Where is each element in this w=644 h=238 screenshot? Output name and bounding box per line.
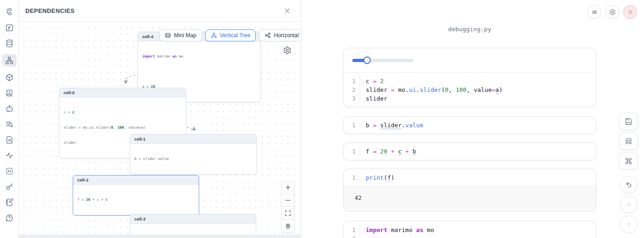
dependency-graph-icon[interactable]: [2, 54, 17, 67]
documentation-icon[interactable]: [3, 135, 16, 145]
stop-icon: [625, 201, 632, 208]
cell-code-editor[interactable]: 1f = 20 + c + b: [344, 143, 596, 160]
save-button[interactable]: [619, 113, 638, 130]
graph-node-cell-3[interactable]: cell-3 print(f): [130, 214, 256, 235]
node-code-line: b = slider.value: [134, 156, 252, 161]
undo-button[interactable]: [620, 176, 638, 193]
line-number: 1: [348, 226, 360, 234]
cell-output-area: [344, 48, 596, 73]
ai-chat-icon[interactable]: [3, 104, 16, 113]
line-number: 3: [348, 94, 360, 103]
gear-icon: [283, 46, 292, 55]
map-pin-icon: [285, 223, 291, 229]
minus-icon: [285, 197, 291, 204]
node-title: cell-0: [59, 88, 186, 97]
slider-widget[interactable]: [352, 57, 414, 64]
help-icon[interactable]: [3, 213, 16, 223]
line-number: 1: [348, 173, 360, 182]
notebook-cell-slider[interactable]: 1c = 2 2slider = mo.ui.slider(0, 100, va…: [343, 48, 596, 107]
code-line: import marimo as mo: [360, 226, 434, 234]
scratchpad-icon[interactable]: [3, 198, 16, 207]
node-code-line: c = 2: [63, 110, 182, 115]
secrets-icon[interactable]: [3, 182, 16, 192]
database-icon[interactable]: [3, 39, 16, 48]
tracing-icon[interactable]: [3, 151, 16, 160]
graph-node-cell-2[interactable]: cell-2 f = 20 + c + b: [73, 175, 199, 215]
node-title: cell-2: [73, 176, 199, 185]
notebook-cell-print[interactable]: 1print(f) 42: [343, 169, 596, 211]
dependencies-panel: DEPENDENCIES: [19, 0, 301, 238]
layout-select-button[interactable]: [619, 132, 638, 150]
cell-output-text: 42: [344, 187, 596, 209]
line-number: 2: [348, 85, 360, 94]
menu-icon: [591, 9, 598, 16]
fit-view-button[interactable]: [282, 207, 294, 220]
notebook-settings-button[interactable]: [605, 5, 619, 19]
outline-search-icon[interactable]: [3, 119, 16, 129]
run-button[interactable]: [620, 215, 638, 233]
notebook-cell-import[interactable]: 1import marimo as mo 2: [343, 221, 596, 238]
code-line: c = 2: [360, 77, 384, 85]
stop-button[interactable]: [620, 196, 638, 213]
functions-icon[interactable]: [3, 23, 16, 33]
code-line: f = 20 + c + b: [360, 147, 416, 156]
notebook-cell-f[interactable]: 1f = 20 + c + b: [343, 142, 596, 160]
marimo-app: DEPENDENCIES: [0, 0, 644, 238]
snippets-icon[interactable]: [3, 166, 16, 176]
center-selection-button[interactable]: [282, 220, 294, 232]
cell-code-editor[interactable]: 1print(f): [344, 169, 596, 187]
horizontal-tree-button[interactable]: Horizontal Tree: [259, 29, 301, 41]
vertical-tree-button[interactable]: Vertical Tree: [205, 29, 256, 41]
plus-icon: [285, 184, 291, 191]
notebook-action-rail: [619, 113, 638, 233]
close-icon: [627, 9, 634, 16]
cell-code-editor[interactable]: 1b = slider.value: [344, 117, 596, 134]
node-title: cell-1: [130, 135, 256, 144]
line-number: 1: [348, 121, 360, 130]
close-icon: [284, 7, 291, 14]
layout-icon: [625, 137, 632, 145]
code-line: [360, 234, 369, 238]
node-code-line: [142, 69, 256, 74]
dependencies-title: DEPENDENCIES: [25, 7, 75, 14]
code-line: slider: [360, 94, 387, 103]
dependency-graph-canvas[interactable]: cell-4 import marimo as mo a = 20 cell-0…: [19, 22, 301, 235]
panel-footer-strip: [19, 235, 301, 238]
dependencies-header: DEPENDENCIES: [19, 0, 301, 22]
notebook-panel: debugging.py: [301, 0, 644, 238]
notebook-menu-button[interactable]: [587, 5, 601, 19]
notebook-top-buttons: [587, 5, 637, 19]
logs-icon[interactable]: [3, 88, 16, 98]
zoom-in-button[interactable]: [282, 181, 294, 194]
line-number: 1: [348, 147, 360, 156]
node-title: cell-3: [130, 215, 256, 224]
close-panel-button[interactable]: [282, 5, 293, 16]
code-line: b = slider.value: [360, 121, 423, 130]
shutdown-button[interactable]: [623, 5, 637, 19]
graph-settings-button[interactable]: [283, 46, 292, 56]
rows-icon: [165, 32, 171, 39]
horizontal-tree-icon: [264, 32, 271, 39]
zoom-out-button[interactable]: [282, 194, 294, 207]
mini-map-button[interactable]: Mini Map: [159, 29, 202, 41]
icon-rail: [0, 0, 19, 238]
command-palette-button[interactable]: [619, 152, 638, 170]
code-line: print(f): [360, 173, 395, 182]
cell-code-editor[interactable]: 1c = 2 2slider = mo.ui.slider(0, 100, va…: [344, 73, 596, 107]
play-icon: [625, 221, 632, 228]
code-line: slider = mo.ui.slider(0, 100, value=a): [360, 85, 502, 94]
vertical-tree-icon: [211, 32, 217, 39]
notebook-filename[interactable]: debugging.py: [343, 26, 596, 33]
notebook-cell-b[interactable]: 1b = slider.value: [343, 116, 596, 134]
gear-icon: [609, 9, 616, 16]
command-icon: [625, 157, 632, 165]
slider-handle[interactable]: [363, 57, 371, 64]
node-code-line: slider = mo.ui.slider(0, 100, value=a): [63, 125, 182, 130]
undo-icon: [625, 181, 632, 188]
graph-node-cell-1[interactable]: cell-1 b = slider.value: [130, 134, 257, 175]
line-number: 1: [348, 77, 360, 85]
file-tree-icon[interactable]: [3, 7, 16, 17]
node-code-line: import marimo as mo: [142, 54, 256, 59]
cell-code-editor[interactable]: 1import marimo as mo 2: [344, 221, 596, 238]
packages-icon[interactable]: [3, 73, 16, 82]
